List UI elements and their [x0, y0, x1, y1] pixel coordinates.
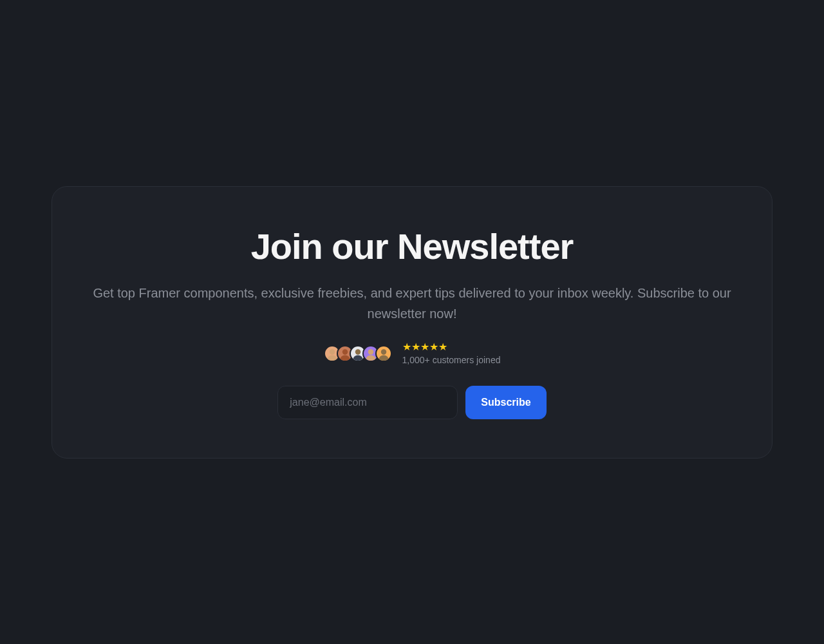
email-input[interactable]	[277, 386, 458, 419]
customers-joined-text: 1,000+ customers joined	[402, 355, 501, 365]
avatar	[375, 345, 392, 362]
subscribe-button[interactable]: Subscribe	[465, 386, 546, 419]
subscribe-form: Subscribe	[277, 386, 546, 419]
star-icon: ★	[420, 342, 429, 352]
svg-point-6	[368, 349, 373, 354]
svg-point-5	[353, 355, 362, 360]
svg-point-3	[340, 355, 350, 360]
page-heading: Join our Newsletter	[251, 225, 574, 267]
svg-point-4	[355, 349, 360, 354]
social-proof-text: ★ ★ ★ ★ ★ 1,000+ customers joined	[402, 342, 501, 365]
svg-point-7	[366, 355, 375, 360]
svg-point-1	[327, 355, 337, 360]
star-icon: ★	[411, 342, 420, 352]
svg-point-9	[379, 355, 388, 360]
social-proof-row: ★ ★ ★ ★ ★ 1,000+ customers joined	[324, 342, 501, 365]
avatar-stack	[324, 345, 392, 362]
star-icon: ★	[429, 342, 438, 352]
star-icon: ★	[402, 342, 411, 352]
star-icon: ★	[438, 342, 447, 352]
svg-point-2	[342, 349, 347, 354]
star-rating: ★ ★ ★ ★ ★	[402, 342, 447, 352]
svg-point-8	[380, 349, 386, 354]
page-description: Get top Framer components, exclusive fre…	[90, 283, 734, 324]
svg-point-0	[329, 349, 334, 354]
newsletter-card: Join our Newsletter Get top Framer compo…	[52, 186, 772, 459]
